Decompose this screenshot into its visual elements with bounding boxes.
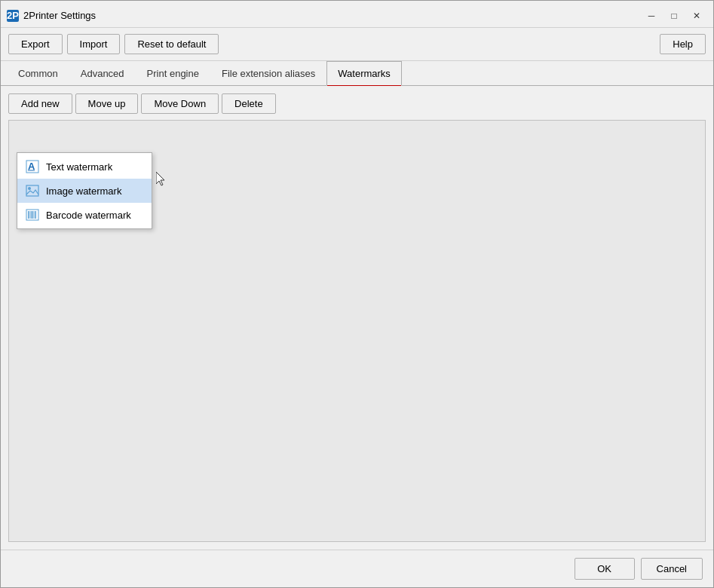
dropdown-item-barcode-watermark[interactable]: Barcode watermark [17,203,152,227]
bottom-bar: OK Cancel [1,550,713,587]
tab-print-engine[interactable]: Print engine [136,61,210,86]
image-watermark-label: Image watermark [46,185,121,197]
window-title: 2Printer Settings [23,10,96,21]
import-button[interactable]: Import [67,34,121,54]
svg-rect-8 [32,211,33,219]
text-watermark-label: Text watermark [46,161,112,173]
main-toolbar: Export Import Reset to default Help [1,28,713,61]
title-bar-left: 2P 2Printer Settings [7,10,96,22]
barcode-watermark-label: Barcode watermark [46,210,131,221]
dropdown-menu: A Text watermark Ima [17,152,152,229]
toolbar-left: Export Import Reset to default [8,34,219,54]
main-panel: A Text watermark Ima [8,120,706,542]
image-watermark-icon [25,183,40,198]
main-window: 2P 2Printer Settings ─ □ ✕ Export Import… [0,0,714,588]
delete-button[interactable]: Delete [222,93,276,114]
move-up-button[interactable]: Move up [75,93,139,114]
app-icon: 2P [7,10,19,22]
add-new-button[interactable]: Add new [8,93,72,114]
tab-common[interactable]: Common [7,61,69,86]
tab-advanced[interactable]: Advanced [69,61,136,86]
cancel-button[interactable]: Cancel [641,558,703,580]
title-bar: 2P 2Printer Settings ─ □ ✕ [1,1,713,28]
content-area: Add new Move up Move Down Delete A [1,86,713,550]
dropdown-item-image-watermark[interactable]: Image watermark [17,179,152,203]
svg-rect-9 [34,211,35,219]
help-button[interactable]: Help [660,34,706,54]
maximize-button[interactable]: □ [663,8,685,23]
tab-file-extension-aliases[interactable]: File extension aliases [210,61,326,86]
mouse-cursor [156,172,168,187]
dropdown-item-text-watermark[interactable]: A Text watermark [17,155,152,179]
svg-rect-7 [30,211,31,219]
svg-rect-3 [26,185,38,196]
minimize-button[interactable]: ─ [641,8,662,23]
tab-watermarks[interactable]: Watermarks [326,61,402,86]
move-down-button[interactable]: Move Down [141,93,219,114]
export-button[interactable]: Export [8,34,63,54]
text-watermark-icon: A [25,159,40,174]
tabs-container: Common Advanced Print engine File extens… [1,61,713,86]
reset-button[interactable]: Reset to default [124,34,219,54]
svg-rect-6 [28,211,29,219]
svg-point-4 [28,187,31,190]
close-button[interactable]: ✕ [686,8,707,23]
window-controls: ─ □ ✕ [641,8,707,23]
watermarks-toolbar: Add new Move up Move Down Delete [8,93,706,114]
barcode-watermark-icon [25,207,40,222]
ok-button[interactable]: OK [575,558,635,580]
svg-rect-10 [35,211,37,219]
